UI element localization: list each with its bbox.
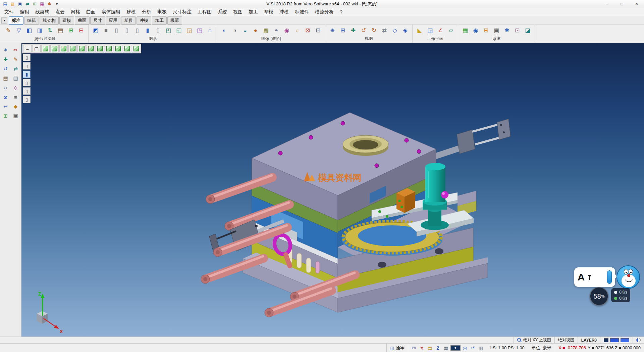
tab-mold[interactable]: 塑膜 (121, 16, 136, 25)
add-filter-icon[interactable]: ⊞ (66, 26, 75, 35)
solid-box-icon[interactable]: ◰ (164, 26, 173, 35)
viewport[interactable]: ≡▢ ▯▯▮▯▯▯ (21, 43, 644, 337)
menu-item[interactable]: 线架构 (32, 8, 52, 16)
rotate-icon[interactable]: ↺ (1, 64, 10, 73)
import-export-icon[interactable]: ⇄ (24, 1, 31, 7)
dynamic-view-icon[interactable]: ◇ (390, 26, 399, 35)
tab-dimension[interactable]: 尺寸 (90, 16, 105, 25)
tab-overflow-dropdown-icon[interactable]: ▾ (1, 17, 7, 24)
calculator-icon[interactable]: ⊡ (513, 26, 522, 35)
home-view-icon[interactable]: ⌂ (205, 26, 215, 35)
view-iso-4-icon[interactable] (123, 45, 131, 52)
select-icon[interactable]: ✶ (1, 46, 10, 54)
monitor-icon[interactable]: ▣ (492, 26, 501, 35)
menu-item[interactable]: 标准件 (292, 8, 312, 16)
save-icon[interactable]: ▣ (17, 1, 23, 7)
notes-icon[interactable]: ▤ (426, 345, 434, 351)
menu-item[interactable]: 加工 (246, 8, 261, 16)
workplane-align-icon[interactable]: ◲ (425, 26, 435, 35)
window-layout-icon[interactable]: ⊞ (481, 26, 491, 35)
menu-item[interactable]: 编辑 (17, 8, 32, 16)
shadow-icon[interactable]: ◓ (272, 26, 281, 35)
mirror-icon[interactable]: ⇄ (11, 64, 20, 73)
move-icon[interactable]: ✚ (1, 55, 10, 64)
tab-die[interactable]: 冲模 (137, 16, 151, 25)
axis-system-icon[interactable]: ◪ (523, 26, 532, 35)
view-menu-icon[interactable]: ≡ (23, 45, 32, 52)
menu-item[interactable]: ? (337, 9, 345, 15)
texture-icon[interactable]: ▩ (261, 26, 271, 35)
menu-item[interactable]: 模流分析 (312, 8, 337, 16)
menu-item[interactable]: 文件 (1, 8, 17, 16)
pan-icon[interactable]: ✚ (348, 26, 358, 35)
zoom-all-icon[interactable]: ⊕ (328, 26, 337, 35)
render-icon[interactable]: ● (251, 26, 260, 35)
solid-corner-icon[interactable]: ◱ (174, 26, 183, 35)
doraemon-icon[interactable] (616, 265, 640, 289)
light-icon[interactable]: ☼ (292, 26, 302, 35)
menu-item[interactable]: 冲模 (276, 8, 292, 16)
solid-edge-icon[interactable]: ◳ (195, 26, 204, 35)
highlight-icon[interactable]: ◉ (282, 26, 291, 35)
layer-color-swatch-2[interactable] (610, 338, 619, 342)
close-button[interactable]: ✕ (629, 0, 644, 8)
menu-item[interactable]: 曲面 (83, 8, 99, 16)
grid-icon[interactable]: ⊞ (32, 1, 38, 7)
menu-item[interactable]: 系统 (215, 8, 230, 16)
doc-slot-6-icon[interactable]: ▯ (23, 96, 31, 103)
view-left-icon[interactable] (77, 45, 86, 52)
diamond-icon[interactable]: ◇ (11, 83, 20, 92)
layer-cell[interactable]: LAYER0 (578, 337, 600, 343)
line-style-icon[interactable]: ≡ (101, 26, 111, 35)
workplane-icon[interactable]: ◣ (415, 26, 424, 35)
view-right-icon[interactable] (68, 45, 77, 52)
cylinder-3-icon[interactable]: ▯ (132, 26, 142, 35)
open-file-icon[interactable]: ▧ (9, 1, 16, 7)
color-attr-icon[interactable]: ◩ (91, 26, 100, 35)
menu-item[interactable]: 尺寸标注 (170, 8, 195, 16)
grid2-icon[interactable]: ⊞ (1, 112, 10, 120)
view-iso-icon[interactable] (41, 45, 50, 52)
hidden-line-icon[interactable]: ◒ (240, 26, 250, 35)
menu-item[interactable]: 分析 (139, 8, 154, 16)
filter-down-icon[interactable]: ▽ (14, 26, 23, 35)
rotate-cw-icon[interactable]: ↻ (369, 26, 379, 35)
help-2-icon[interactable]: 2 (434, 345, 442, 351)
view-bottom-icon[interactable] (96, 45, 104, 52)
tab-application[interactable]: 应用 (106, 16, 120, 25)
two-icon[interactable]: 2 (1, 93, 10, 101)
absolute-view-cell[interactable]: 绝对视图 (554, 337, 578, 343)
tab-surface[interactable]: 曲面 (75, 16, 90, 25)
layer-filter-icon[interactable]: ▤ (56, 26, 65, 35)
menu-item[interactable]: 网格 (68, 8, 83, 16)
workplane-flip-icon[interactable]: ▱ (446, 26, 455, 35)
view-iso-2-icon[interactable] (105, 45, 113, 52)
sketch-icon[interactable]: ✎ (11, 55, 20, 64)
doc-slot-5-icon[interactable]: ▯ (23, 87, 31, 95)
view-back-icon[interactable] (87, 45, 95, 52)
layers-panel-icon[interactable]: ▦ (442, 345, 450, 351)
active-color-dropdown[interactable]: ▾ (450, 345, 461, 351)
render-mode-icon[interactable]: ▢ (32, 45, 41, 52)
maximize-button[interactable]: □ (614, 0, 629, 8)
capture-icon[interactable]: ⊡ (313, 26, 323, 35)
doc-slot-2-icon[interactable]: ▯ (23, 62, 31, 70)
filter-right-icon[interactable]: ◨ (35, 26, 44, 35)
scale-cell[interactable]: LS: 1.00 PS: 1.00 (487, 344, 528, 352)
speed-monitor-widget[interactable]: A 58% 0K/s 0K/s (574, 265, 641, 312)
cylinder-selected-icon[interactable]: ▮ (143, 26, 152, 35)
section-icon[interactable]: ⊠ (303, 26, 312, 35)
save2-icon[interactable]: ▣ (11, 112, 20, 120)
prev-view-icon[interactable]: ⇄ (380, 26, 389, 35)
new-file-icon[interactable]: ▤ (2, 1, 8, 7)
cylinder-2-icon[interactable]: ▯ (122, 26, 131, 35)
settings-icon[interactable]: ✱ (46, 1, 53, 7)
tab-edit[interactable]: 编辑 (24, 16, 39, 25)
list-icon[interactable]: ≡ (11, 93, 20, 101)
refresh-icon[interactable]: ↺ (469, 345, 477, 351)
doc-slot-1-icon[interactable]: ▯ (23, 54, 31, 61)
hatch-icon[interactable]: ▧ (11, 74, 20, 83)
cylinder-4-icon[interactable]: ▯ (153, 26, 163, 35)
quick-access-dropdown-icon[interactable]: ▾ (54, 1, 60, 7)
snap-settings-icon[interactable]: ✱ (502, 26, 512, 35)
